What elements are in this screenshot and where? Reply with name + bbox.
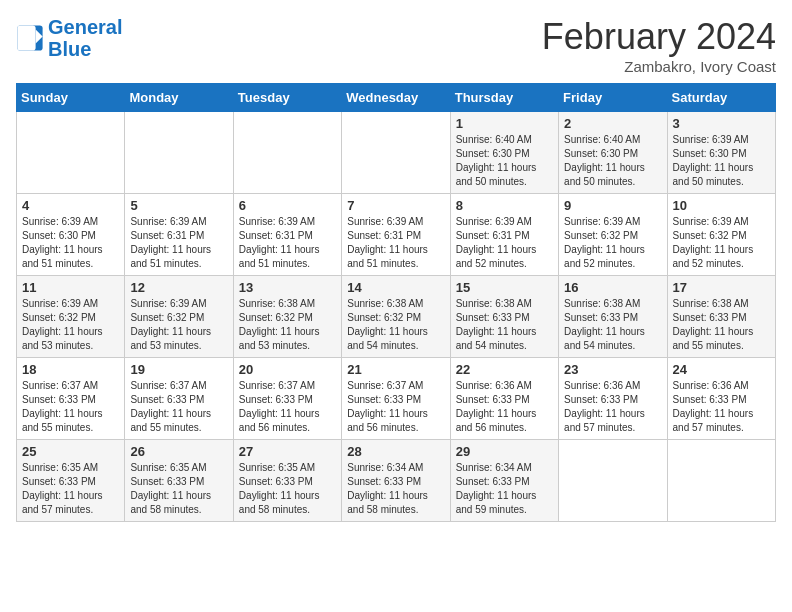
calendar-cell: 22Sunrise: 6:36 AM Sunset: 6:33 PM Dayli… [450, 358, 558, 440]
calendar-cell: 14Sunrise: 6:38 AM Sunset: 6:32 PM Dayli… [342, 276, 450, 358]
calendar-cell: 24Sunrise: 6:36 AM Sunset: 6:33 PM Dayli… [667, 358, 775, 440]
calendar-cell: 21Sunrise: 6:37 AM Sunset: 6:33 PM Dayli… [342, 358, 450, 440]
calendar-cell: 27Sunrise: 6:35 AM Sunset: 6:33 PM Dayli… [233, 440, 341, 522]
day-info: Sunrise: 6:38 AM Sunset: 6:33 PM Dayligh… [456, 297, 553, 353]
title-block: February 2024 Zambakro, Ivory Coast [542, 16, 776, 75]
day-number: 8 [456, 198, 553, 213]
day-number: 15 [456, 280, 553, 295]
weekday-header-monday: Monday [125, 84, 233, 112]
logo-line1: General [48, 16, 122, 38]
day-number: 2 [564, 116, 661, 131]
calendar-week-4: 18Sunrise: 6:37 AM Sunset: 6:33 PM Dayli… [17, 358, 776, 440]
calendar-cell: 12Sunrise: 6:39 AM Sunset: 6:32 PM Dayli… [125, 276, 233, 358]
weekday-header-friday: Friday [559, 84, 667, 112]
day-info: Sunrise: 6:39 AM Sunset: 6:32 PM Dayligh… [564, 215, 661, 271]
day-info: Sunrise: 6:36 AM Sunset: 6:33 PM Dayligh… [673, 379, 770, 435]
day-number: 19 [130, 362, 227, 377]
day-info: Sunrise: 6:39 AM Sunset: 6:30 PM Dayligh… [673, 133, 770, 189]
day-info: Sunrise: 6:35 AM Sunset: 6:33 PM Dayligh… [22, 461, 119, 517]
calendar-cell [342, 112, 450, 194]
calendar-cell: 28Sunrise: 6:34 AM Sunset: 6:33 PM Dayli… [342, 440, 450, 522]
calendar-cell [125, 112, 233, 194]
day-number: 25 [22, 444, 119, 459]
calendar-week-3: 11Sunrise: 6:39 AM Sunset: 6:32 PM Dayli… [17, 276, 776, 358]
day-number: 5 [130, 198, 227, 213]
calendar-body: 1Sunrise: 6:40 AM Sunset: 6:30 PM Daylig… [17, 112, 776, 522]
calendar-cell: 25Sunrise: 6:35 AM Sunset: 6:33 PM Dayli… [17, 440, 125, 522]
weekday-header-row: SundayMondayTuesdayWednesdayThursdayFrid… [17, 84, 776, 112]
calendar-week-5: 25Sunrise: 6:35 AM Sunset: 6:33 PM Dayli… [17, 440, 776, 522]
calendar-cell: 4Sunrise: 6:39 AM Sunset: 6:30 PM Daylig… [17, 194, 125, 276]
calendar-cell [17, 112, 125, 194]
calendar-header: SundayMondayTuesdayWednesdayThursdayFrid… [17, 84, 776, 112]
calendar-cell: 5Sunrise: 6:39 AM Sunset: 6:31 PM Daylig… [125, 194, 233, 276]
day-info: Sunrise: 6:38 AM Sunset: 6:33 PM Dayligh… [564, 297, 661, 353]
day-info: Sunrise: 6:39 AM Sunset: 6:30 PM Dayligh… [22, 215, 119, 271]
day-info: Sunrise: 6:34 AM Sunset: 6:33 PM Dayligh… [456, 461, 553, 517]
day-info: Sunrise: 6:35 AM Sunset: 6:33 PM Dayligh… [130, 461, 227, 517]
calendar-cell: 11Sunrise: 6:39 AM Sunset: 6:32 PM Dayli… [17, 276, 125, 358]
weekday-header-wednesday: Wednesday [342, 84, 450, 112]
day-number: 13 [239, 280, 336, 295]
calendar-cell: 29Sunrise: 6:34 AM Sunset: 6:33 PM Dayli… [450, 440, 558, 522]
day-info: Sunrise: 6:40 AM Sunset: 6:30 PM Dayligh… [456, 133, 553, 189]
day-number: 4 [22, 198, 119, 213]
day-number: 27 [239, 444, 336, 459]
day-info: Sunrise: 6:39 AM Sunset: 6:31 PM Dayligh… [456, 215, 553, 271]
calendar-subtitle: Zambakro, Ivory Coast [542, 58, 776, 75]
day-number: 9 [564, 198, 661, 213]
logo-text: General Blue [48, 16, 122, 60]
calendar-cell [559, 440, 667, 522]
day-info: Sunrise: 6:36 AM Sunset: 6:33 PM Dayligh… [564, 379, 661, 435]
calendar-cell: 3Sunrise: 6:39 AM Sunset: 6:30 PM Daylig… [667, 112, 775, 194]
weekday-header-thursday: Thursday [450, 84, 558, 112]
calendar-cell [233, 112, 341, 194]
calendar-cell [667, 440, 775, 522]
day-number: 22 [456, 362, 553, 377]
calendar-cell: 10Sunrise: 6:39 AM Sunset: 6:32 PM Dayli… [667, 194, 775, 276]
day-info: Sunrise: 6:39 AM Sunset: 6:31 PM Dayligh… [130, 215, 227, 271]
weekday-header-tuesday: Tuesday [233, 84, 341, 112]
day-info: Sunrise: 6:39 AM Sunset: 6:32 PM Dayligh… [673, 215, 770, 271]
calendar-cell: 2Sunrise: 6:40 AM Sunset: 6:30 PM Daylig… [559, 112, 667, 194]
day-info: Sunrise: 6:39 AM Sunset: 6:32 PM Dayligh… [130, 297, 227, 353]
day-info: Sunrise: 6:39 AM Sunset: 6:32 PM Dayligh… [22, 297, 119, 353]
day-info: Sunrise: 6:39 AM Sunset: 6:31 PM Dayligh… [239, 215, 336, 271]
day-number: 12 [130, 280, 227, 295]
day-info: Sunrise: 6:37 AM Sunset: 6:33 PM Dayligh… [22, 379, 119, 435]
day-number: 23 [564, 362, 661, 377]
day-number: 18 [22, 362, 119, 377]
day-number: 21 [347, 362, 444, 377]
calendar-week-2: 4Sunrise: 6:39 AM Sunset: 6:30 PM Daylig… [17, 194, 776, 276]
day-number: 17 [673, 280, 770, 295]
calendar-cell: 17Sunrise: 6:38 AM Sunset: 6:33 PM Dayli… [667, 276, 775, 358]
calendar-cell: 13Sunrise: 6:38 AM Sunset: 6:32 PM Dayli… [233, 276, 341, 358]
day-number: 16 [564, 280, 661, 295]
logo-icon [16, 24, 44, 52]
logo-line2: Blue [48, 38, 91, 60]
calendar-cell: 26Sunrise: 6:35 AM Sunset: 6:33 PM Dayli… [125, 440, 233, 522]
calendar-cell: 19Sunrise: 6:37 AM Sunset: 6:33 PM Dayli… [125, 358, 233, 440]
day-info: Sunrise: 6:36 AM Sunset: 6:33 PM Dayligh… [456, 379, 553, 435]
day-number: 1 [456, 116, 553, 131]
day-number: 20 [239, 362, 336, 377]
day-number: 26 [130, 444, 227, 459]
weekday-header-saturday: Saturday [667, 84, 775, 112]
day-number: 29 [456, 444, 553, 459]
day-number: 3 [673, 116, 770, 131]
calendar-cell: 15Sunrise: 6:38 AM Sunset: 6:33 PM Dayli… [450, 276, 558, 358]
day-info: Sunrise: 6:38 AM Sunset: 6:32 PM Dayligh… [239, 297, 336, 353]
calendar-cell: 6Sunrise: 6:39 AM Sunset: 6:31 PM Daylig… [233, 194, 341, 276]
calendar-week-1: 1Sunrise: 6:40 AM Sunset: 6:30 PM Daylig… [17, 112, 776, 194]
day-number: 7 [347, 198, 444, 213]
calendar-table: SundayMondayTuesdayWednesdayThursdayFrid… [16, 83, 776, 522]
calendar-cell: 20Sunrise: 6:37 AM Sunset: 6:33 PM Dayli… [233, 358, 341, 440]
calendar-cell: 1Sunrise: 6:40 AM Sunset: 6:30 PM Daylig… [450, 112, 558, 194]
day-number: 24 [673, 362, 770, 377]
day-number: 10 [673, 198, 770, 213]
day-number: 28 [347, 444, 444, 459]
calendar-cell: 18Sunrise: 6:37 AM Sunset: 6:33 PM Dayli… [17, 358, 125, 440]
calendar-cell: 16Sunrise: 6:38 AM Sunset: 6:33 PM Dayli… [559, 276, 667, 358]
day-info: Sunrise: 6:37 AM Sunset: 6:33 PM Dayligh… [347, 379, 444, 435]
day-number: 6 [239, 198, 336, 213]
